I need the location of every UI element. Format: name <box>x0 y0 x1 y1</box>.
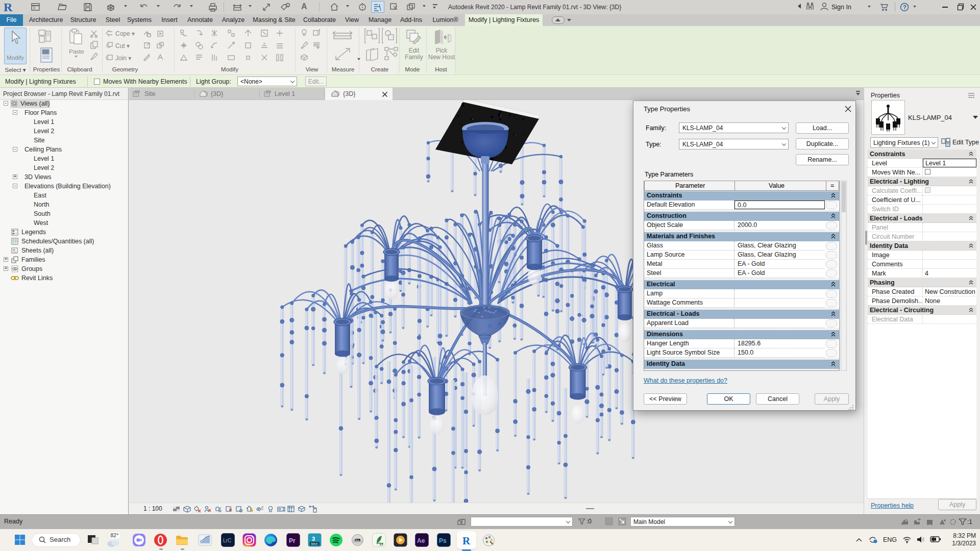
svg-text:LrC: LrC <box>223 538 231 543</box>
svg-text:Ps: Ps <box>439 537 447 544</box>
svg-text:R: R <box>462 535 471 547</box>
svg-text:R: R <box>4 1 13 14</box>
svg-text:3: 3 <box>312 536 315 542</box>
svg-text:Pro: Pro <box>356 539 360 542</box>
svg-text:MAX: MAX <box>311 542 318 545</box>
svg-text:?: ? <box>903 4 906 10</box>
svg-text:12: 12 <box>379 542 383 546</box>
svg-text:Pr: Pr <box>289 537 296 544</box>
svg-text:Ae: Ae <box>417 537 425 544</box>
